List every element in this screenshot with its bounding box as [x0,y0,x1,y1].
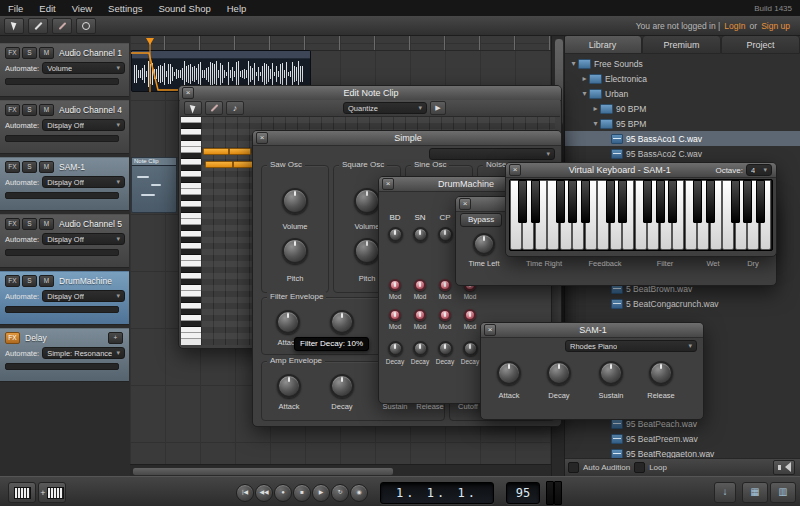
automate-dropdown[interactable]: Volume [42,62,125,74]
add-effect-button[interactable]: + [108,332,123,344]
record-button[interactable]: ● [274,484,292,502]
drum-knob[interactable] [413,341,428,356]
drum-knob[interactable] [438,341,453,356]
add-keyboard-button[interactable]: + [38,482,66,503]
solo-button[interactable]: S [22,218,37,230]
library-item[interactable]: ▾Free Sounds [563,56,800,71]
zoom-tool-button[interactable] [76,18,96,34]
horizontal-scrollbar[interactable] [130,464,551,476]
library-item[interactable]: ▾95 BPM [563,116,800,131]
drum-knob[interactable] [414,309,426,321]
close-icon[interactable] [256,132,268,144]
note-clip[interactable]: Note Clip [131,157,177,213]
loop-button[interactable]: ↻ [331,484,349,502]
pencil-tool-button[interactable] [205,101,223,115]
square-pitch-knob[interactable] [354,238,380,264]
window-titlebar[interactable]: SAM-1 [481,323,703,338]
black-key[interactable] [618,180,627,223]
solo-button[interactable]: S [22,275,37,287]
select-tool-button[interactable] [184,101,202,115]
menu-help[interactable]: Help [219,3,255,14]
tab-library[interactable]: Library [563,35,642,54]
select-tool-button[interactable] [4,18,24,34]
window-titlebar[interactable]: Edit Note Clip [179,86,561,101]
fx-button[interactable]: FX [5,47,20,59]
stop-button[interactable]: ■ [293,484,311,502]
black-key[interactable] [568,180,577,223]
keyboard-keys[interactable] [509,179,773,251]
signup-link[interactable]: Sign up [761,21,790,31]
black-key[interactable] [518,180,527,223]
black-key[interactable] [731,180,740,223]
show-keyboard-button[interactable] [8,482,36,503]
drum-knob[interactable] [414,279,426,291]
download-button[interactable]: ↓ [714,482,736,503]
drum-knob[interactable] [413,227,428,242]
release-knob[interactable] [649,361,673,385]
track-sam1[interactable]: FX S M SAM-1 Automate: Display Off [0,157,129,211]
filter-decay-knob[interactable] [330,310,354,334]
time-left-knob[interactable] [473,233,495,255]
tab-project[interactable]: Project [721,35,800,54]
close-icon[interactable] [484,324,496,336]
square-volume-knob[interactable] [354,188,380,214]
draw-tool-button[interactable] [52,18,72,34]
black-key[interactable] [756,180,765,223]
library-item[interactable]: 95 BeatPreem.wav [563,431,800,446]
menu-view[interactable]: View [64,3,100,14]
loop-checkbox[interactable] [634,462,645,473]
auto-audition-checkbox[interactable] [568,462,579,473]
tab-premium[interactable]: Premium [642,35,721,54]
filter-attack-knob[interactable] [276,310,300,334]
close-icon[interactable] [459,198,471,210]
library-item[interactable]: 5 BeatCongacrunch.wav [563,296,800,311]
automate-dropdown[interactable]: Simple: Resonance [42,347,125,359]
sustain-knob[interactable] [599,361,623,385]
amp-attack-knob[interactable] [277,374,301,398]
note-tool-button[interactable]: ♪ [226,101,244,115]
expand-icon[interactable]: ▸ [580,74,589,83]
close-icon[interactable] [182,87,194,99]
piano-roll-keys[interactable] [181,117,201,345]
horizontal-scrollbar-handle[interactable] [132,467,394,476]
panel-toggle-left-button[interactable]: ▦ [742,482,768,503]
window-titlebar[interactable]: Virtual Keyboard - SAM-1 Octave: 4 [506,163,776,178]
black-key[interactable] [531,180,540,223]
saw-volume-knob[interactable] [282,188,308,214]
follow-button[interactable]: ◉ [350,484,368,502]
midi-note[interactable] [233,161,253,168]
skip-start-button[interactable]: |◀ [236,484,254,502]
quantize-apply-button[interactable]: ▶ [430,101,446,115]
automate-dropdown[interactable]: Display Off [42,290,125,302]
black-key[interactable] [581,180,590,223]
mute-button[interactable]: M [39,218,54,230]
octave-dropdown[interactable]: 4 [746,164,772,176]
drum-knob[interactable] [439,279,451,291]
track-audio-channel-4[interactable]: FX S M Audio Channel 4 Automate: Display… [0,100,129,154]
fx-button[interactable]: FX [5,161,20,173]
menu-file[interactable]: File [0,3,31,14]
drum-knob[interactable] [438,227,453,242]
midi-note[interactable] [205,161,233,168]
library-item[interactable]: 95 BeatReggaeton.wav [563,446,800,458]
menu-edit[interactable]: Edit [31,3,63,14]
login-link[interactable]: LogIn [724,21,745,31]
mute-button[interactable]: M [39,161,54,173]
drum-knob[interactable] [389,309,401,321]
library-item[interactable]: 95 BassAco2 C.wav [563,146,800,161]
play-button[interactable]: ▶ [312,484,330,502]
collapse-icon[interactable]: ▾ [580,89,589,98]
black-key[interactable] [556,180,565,223]
timeline-ruler[interactable] [130,35,551,51]
black-key[interactable] [656,180,665,223]
bypass-button[interactable]: Bypass [460,213,502,227]
rewind-button[interactable]: ◀◀ [255,484,273,502]
close-icon[interactable] [509,164,521,176]
attack-knob[interactable] [497,361,521,385]
audition-volume-button[interactable] [773,460,795,475]
preset-dropdown[interactable]: Rhodes Piano [565,340,697,352]
track-drummachine[interactable]: FX S M DrumMachine Automate: Display Off [0,271,129,325]
fx-button[interactable]: FX [5,332,20,344]
black-key[interactable] [606,180,615,223]
track-audio-channel-5[interactable]: FX S M Audio Channel 5 Automate: Display… [0,214,129,268]
